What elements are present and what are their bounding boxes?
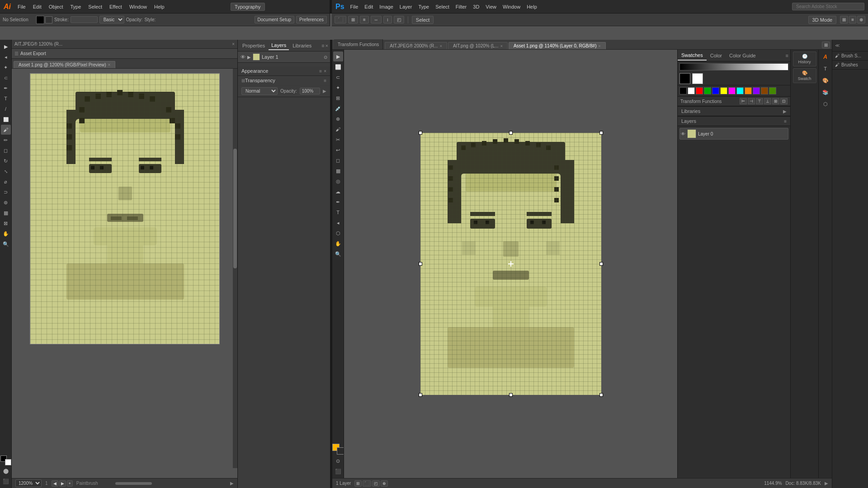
brushes-collapse-btn[interactable]: ≪ (835, 43, 840, 48)
ai-tab-close[interactable]: × (108, 62, 111, 67)
ai-tool-lasso[interactable]: ⊂ (1, 73, 11, 83)
swatch-8[interactable] (736, 87, 744, 94)
swatch-6[interactable] (720, 87, 727, 94)
ai-tool-drawing-mode[interactable]: ⬤ (1, 466, 11, 476)
layer-visibility-icon[interactable]: 👁 (241, 54, 245, 60)
ai-panel-close[interactable]: × (232, 42, 235, 47)
ai-horizontal-scrollbar[interactable] (104, 482, 225, 485)
ps-tab2-close[interactable]: × (500, 44, 503, 48)
ai-menu-object[interactable]: Object (47, 3, 66, 10)
ps-tool-shape[interactable]: ⬡ (333, 228, 343, 238)
appearance-close-btn[interactable]: × (324, 69, 326, 74)
ps-tool-pen[interactable]: ✒ (333, 197, 343, 207)
ps-tool-eraser[interactable]: ◻ (333, 155, 343, 165)
swatch-11[interactable] (761, 87, 768, 94)
ps-tb-btn4[interactable]: ↔ (371, 16, 382, 23)
gradient-bar[interactable] (679, 63, 788, 70)
ai-tool-symbol[interactable]: ⊛ (1, 197, 11, 207)
stroke-color[interactable] (45, 16, 52, 23)
ps-tab-3[interactable]: Asset 1.png @ 1140% (Layer 0, RGB/8#)× (509, 42, 606, 49)
ai-right-icon-4[interactable]: 📚 (820, 87, 831, 98)
ps-tool-magic-wand[interactable]: ✦ (333, 83, 343, 93)
swatch-5[interactable] (712, 87, 719, 94)
swatch-1[interactable] (679, 87, 687, 94)
ps-status-icon4[interactable]: ⊕ (381, 480, 388, 487)
ai-tool-paintbrush[interactable]: 🖌 (1, 125, 11, 135)
ai-scroll-thumb[interactable] (233, 149, 237, 268)
ai-tool-zoom[interactable]: 🔍 (1, 239, 11, 249)
ai-menu-select[interactable]: Select (86, 3, 104, 10)
color-panel-options[interactable]: ≡ (784, 51, 790, 60)
ai-canvas-body[interactable] (12, 69, 237, 478)
ps-tool-spot-heal[interactable]: ⊕ (333, 114, 343, 124)
brushes-panel-item[interactable]: 🖌 Brushes (832, 61, 868, 70)
ps-tab1-close[interactable]: × (440, 44, 442, 48)
swatch-2[interactable] (688, 87, 695, 94)
tab-properties[interactable]: Properties (240, 42, 268, 50)
ps-color-chips[interactable] (332, 444, 344, 455)
ps-tool-clone[interactable]: ✂ (333, 135, 343, 145)
ai-tool-rect[interactable]: ⬜ (1, 114, 11, 124)
handle-bot-center[interactable] (509, 393, 513, 397)
handle-bot-left[interactable] (419, 393, 422, 397)
ai-tool-magic-wand[interactable]: ✦ (1, 62, 11, 72)
tab-layers[interactable]: Layers (269, 41, 289, 50)
swatch-10[interactable] (753, 87, 760, 94)
handle-top-right[interactable] (599, 131, 603, 135)
fill-color[interactable] (36, 16, 44, 24)
layer-name[interactable]: Layer 1 (262, 54, 322, 60)
align-bottom[interactable]: ⊡ (780, 98, 788, 104)
handle-top-left[interactable] (419, 131, 422, 135)
layer-item-1[interactable]: 👁 Layer 0 (679, 128, 788, 140)
ai-canvas[interactable] (30, 73, 220, 344)
ps-tool-hand[interactable]: ✋ (333, 239, 343, 249)
ai-tool-scale[interactable]: ⤡ (1, 166, 11, 176)
ps-toolbar-icon1[interactable]: ⊞ (840, 16, 848, 23)
3d-mode-btn[interactable]: 3D Mode (808, 16, 837, 24)
ai-menu-help[interactable]: Help (152, 3, 167, 10)
align-left[interactable]: ⊢ (740, 98, 747, 104)
blending-mode-select[interactable]: Normal (241, 87, 278, 95)
ai-next-page[interactable]: ▶ (59, 480, 66, 487)
ps-menu-3d[interactable]: 3D (471, 3, 481, 10)
ai-menu-file[interactable]: File (15, 3, 28, 10)
opacity-input[interactable] (300, 88, 320, 94)
ps-tool-move[interactable]: ▶ (333, 52, 343, 61)
ps-status-icon1[interactable]: ⊞ (354, 480, 362, 487)
ai-tool-column[interactable]: ▦ (1, 208, 11, 218)
ps-tool-blur[interactable]: ◎ (333, 176, 343, 186)
ps-menu-filter[interactable]: Filter (453, 3, 469, 10)
handle-mid-left[interactable] (419, 262, 422, 266)
ps-menu-window[interactable]: Window (500, 3, 523, 10)
align-center-h[interactable]: ⊣ (748, 98, 755, 104)
ai-tool-colors[interactable] (0, 455, 11, 465)
ps-tb-btn1[interactable]: ⬛ (335, 16, 346, 23)
ps-tb-btn6[interactable]: ◰ (394, 16, 404, 23)
handle-bot-right[interactable] (599, 393, 603, 397)
ai-hscroll-thumb[interactable] (115, 482, 152, 485)
layer-vis-eye[interactable]: 👁 (681, 131, 685, 136)
ai-right-icon-5[interactable]: ⬡ (820, 99, 831, 109)
swatch-3[interactable] (696, 87, 703, 94)
ai-zoom-select[interactable]: 1200% (15, 479, 42, 487)
ps-tool-eyedropper[interactable]: 💉 (333, 103, 343, 113)
ps-status-icon2[interactable]: ⬛ (363, 480, 371, 487)
ps-tool-brush[interactable]: 🖌 (333, 124, 343, 134)
ps-tool-crop[interactable]: ⊞ (333, 93, 343, 103)
ps-status-arrow[interactable]: ▶ (825, 481, 828, 486)
preferences-btn[interactable]: Preferences (296, 16, 327, 23)
ps-menu-help[interactable]: Help (524, 3, 539, 10)
typography-dropdown[interactable]: Typography (231, 3, 264, 11)
tab-libraries[interactable]: Libraries (290, 42, 314, 50)
align-right[interactable]: ⊤ (756, 98, 763, 104)
ps-tool-text[interactable]: T (333, 207, 343, 217)
handle-mid-right[interactable] (599, 262, 603, 266)
ps-tb-btn2[interactable]: ⊞ (348, 16, 358, 23)
ps-menu-type[interactable]: Type (416, 3, 431, 10)
ai-tool-eraser[interactable]: ◻ (1, 145, 11, 155)
ps-menu-select[interactable]: Select (433, 3, 452, 10)
swatch-panel-btn[interactable]: 🎨 Swatch (793, 68, 816, 83)
ai-prev-page[interactable]: ◀ (52, 480, 58, 487)
ai-menu-window[interactable]: Window (127, 3, 149, 10)
libraries-collapse[interactable]: ▶ (783, 109, 787, 114)
